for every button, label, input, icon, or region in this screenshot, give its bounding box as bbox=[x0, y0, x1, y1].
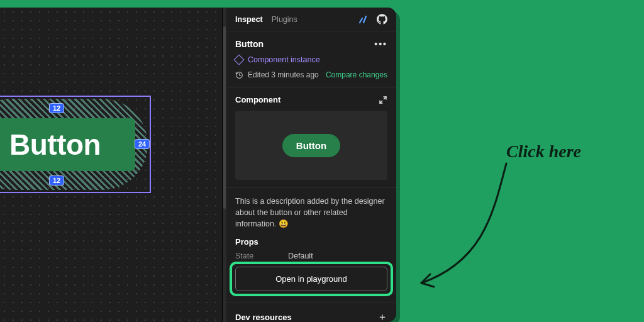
props-section-label: Props bbox=[235, 237, 387, 247]
panel-scrollbar[interactable] bbox=[223, 8, 226, 322]
prop-state-label: State bbox=[235, 252, 273, 260]
open-playground-label: Open in playground bbox=[275, 274, 347, 284]
app-window: Button 12 24 12 Inspect Plugins Button bbox=[0, 8, 396, 322]
preview-button: Button bbox=[282, 134, 340, 157]
compare-changes-link[interactable]: Compare changes bbox=[326, 70, 387, 79]
open-playground-wrap: Open in playground bbox=[235, 267, 387, 291]
annotation-arrow bbox=[409, 154, 516, 299]
more-menu-icon[interactable]: ••• bbox=[374, 39, 387, 49]
spacing-badge-top: 12 bbox=[49, 103, 64, 113]
prop-state-value: Default bbox=[288, 252, 313, 260]
design-canvas[interactable]: Button 12 24 12 bbox=[0, 8, 222, 322]
component-instance-row[interactable]: Component instance bbox=[235, 55, 387, 64]
tab-inspect[interactable]: Inspect bbox=[235, 15, 263, 24]
add-resource-icon[interactable]: ＋ bbox=[377, 311, 387, 322]
expand-icon[interactable] bbox=[379, 96, 387, 104]
props-section: Props State Default Open in playground bbox=[226, 230, 396, 291]
edited-time-label: Edited 3 minutes ago bbox=[248, 70, 319, 79]
panel-tabs: Inspect Plugins bbox=[226, 8, 396, 31]
component-description: This is a description added by the desig… bbox=[226, 188, 396, 230]
github-icon[interactable] bbox=[377, 14, 387, 25]
component-title: Button bbox=[235, 39, 264, 49]
tab-plugins[interactable]: Plugins bbox=[272, 15, 297, 24]
canvas-button-sample[interactable]: Button bbox=[0, 118, 135, 171]
component-preview-section: Component Button bbox=[226, 87, 396, 188]
open-playground-button[interactable]: Open in playground bbox=[235, 267, 387, 291]
component-preview-box: Button bbox=[235, 111, 387, 180]
inspect-panel: Inspect Plugins Button ••• Component ins… bbox=[226, 8, 396, 322]
preview-button-label: Button bbox=[296, 140, 326, 151]
annotation-text: Click here bbox=[506, 142, 581, 162]
component-section-label: Component bbox=[235, 95, 280, 104]
paths-icon[interactable] bbox=[358, 14, 368, 25]
component-header-section: Button ••• Component instance Edited 3 m… bbox=[226, 31, 396, 87]
dev-resources-label: Dev resources bbox=[235, 313, 292, 322]
spacing-badge-right: 24 bbox=[135, 139, 150, 149]
component-instance-label: Component instance bbox=[248, 55, 320, 64]
instance-diamond-icon bbox=[234, 55, 245, 65]
history-icon bbox=[235, 71, 243, 79]
dev-resources-section[interactable]: Dev resources ＋ bbox=[226, 303, 396, 322]
canvas-button-label: Button bbox=[9, 128, 101, 162]
spacing-badge-bottom: 12 bbox=[49, 175, 64, 186]
